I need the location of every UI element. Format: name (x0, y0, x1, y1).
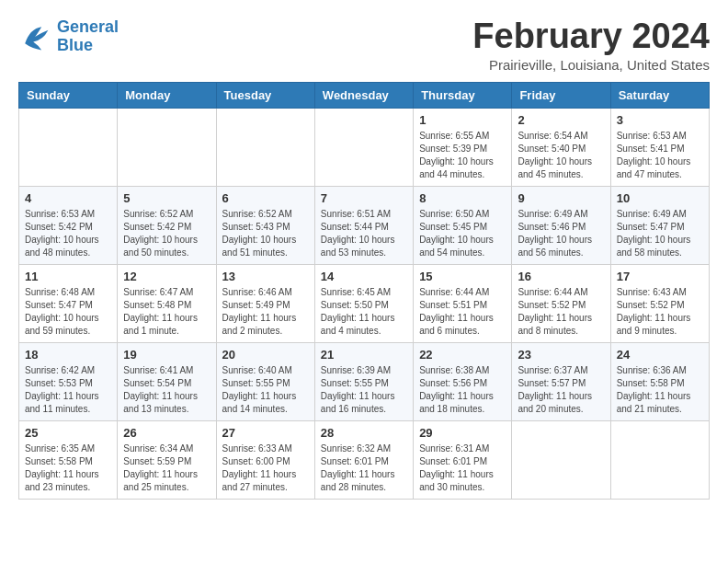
title-block: February 2024 Prairieville, Louisiana, U… (472, 18, 710, 73)
calendar-cell: 21Sunrise: 6:39 AM Sunset: 5:55 PM Dayli… (314, 343, 413, 421)
month-title: February 2024 (472, 18, 710, 53)
calendar-week-row: 25Sunrise: 6:35 AM Sunset: 5:58 PM Dayli… (19, 421, 710, 500)
calendar-week-row: 4Sunrise: 6:53 AM Sunset: 5:42 PM Daylig… (19, 187, 710, 265)
day-info: Sunrise: 6:44 AM Sunset: 5:51 PM Dayligh… (419, 286, 506, 338)
weekday-header: Thursday (414, 83, 512, 109)
day-number: 25 (25, 426, 111, 440)
weekday-header: Wednesday (314, 83, 413, 109)
calendar-week-row: 11Sunrise: 6:48 AM Sunset: 5:47 PM Dayli… (19, 265, 710, 343)
calendar-cell: 8Sunrise: 6:50 AM Sunset: 5:45 PM Daylig… (414, 187, 512, 265)
calendar-cell: 23Sunrise: 6:37 AM Sunset: 5:57 PM Dayli… (512, 343, 610, 421)
day-number: 17 (617, 270, 703, 283)
day-number: 22 (419, 348, 506, 362)
calendar-cell: 7Sunrise: 6:51 AM Sunset: 5:44 PM Daylig… (314, 187, 413, 265)
day-info: Sunrise: 6:44 AM Sunset: 5:52 PM Dayligh… (518, 286, 604, 338)
day-number: 8 (419, 191, 506, 205)
day-info: Sunrise: 6:51 AM Sunset: 5:44 PM Dayligh… (321, 208, 407, 259)
day-number: 6 (222, 191, 309, 205)
day-info: Sunrise: 6:53 AM Sunset: 5:42 PM Dayligh… (25, 208, 111, 259)
day-info: Sunrise: 6:43 AM Sunset: 5:52 PM Dayligh… (617, 286, 703, 338)
day-info: Sunrise: 6:31 AM Sunset: 6:01 PM Dayligh… (419, 442, 506, 494)
day-number: 18 (25, 348, 111, 362)
day-number: 24 (617, 348, 703, 362)
day-info: Sunrise: 6:42 AM Sunset: 5:53 PM Dayligh… (25, 364, 111, 416)
calendar-cell (314, 109, 413, 187)
calendar-cell: 2Sunrise: 6:54 AM Sunset: 5:40 PM Daylig… (512, 109, 610, 187)
day-number: 5 (123, 191, 210, 205)
calendar-cell: 19Sunrise: 6:41 AM Sunset: 5:54 PM Dayli… (118, 343, 216, 421)
weekday-header: Monday (118, 83, 216, 109)
day-info: Sunrise: 6:34 AM Sunset: 5:59 PM Dayligh… (123, 442, 210, 494)
day-info: Sunrise: 6:50 AM Sunset: 5:45 PM Dayligh… (419, 208, 506, 259)
calendar-table: SundayMondayTuesdayWednesdayThursdayFrid… (18, 82, 710, 500)
day-number: 26 (123, 426, 210, 440)
calendar-cell: 17Sunrise: 6:43 AM Sunset: 5:52 PM Dayli… (610, 265, 709, 343)
calendar-cell: 1Sunrise: 6:55 AM Sunset: 5:39 PM Daylig… (414, 109, 512, 187)
calendar-cell: 27Sunrise: 6:33 AM Sunset: 6:00 PM Dayli… (216, 421, 314, 500)
calendar-cell (118, 109, 216, 187)
day-number: 12 (123, 270, 210, 283)
day-number: 9 (518, 191, 604, 205)
logo-icon (18, 20, 51, 53)
day-info: Sunrise: 6:54 AM Sunset: 5:40 PM Dayligh… (518, 130, 604, 181)
logo-text: General Blue (57, 18, 119, 55)
weekday-header: Saturday (610, 83, 709, 109)
calendar-cell: 4Sunrise: 6:53 AM Sunset: 5:42 PM Daylig… (19, 187, 118, 265)
calendar-cell: 3Sunrise: 6:53 AM Sunset: 5:41 PM Daylig… (610, 109, 709, 187)
day-number: 11 (25, 270, 111, 283)
day-number: 20 (222, 348, 309, 362)
calendar-cell: 12Sunrise: 6:47 AM Sunset: 5:48 PM Dayli… (118, 265, 216, 343)
day-info: Sunrise: 6:55 AM Sunset: 5:39 PM Dayligh… (419, 130, 506, 181)
day-number: 23 (518, 348, 604, 362)
day-info: Sunrise: 6:40 AM Sunset: 5:55 PM Dayligh… (222, 364, 309, 416)
day-info: Sunrise: 6:36 AM Sunset: 5:58 PM Dayligh… (617, 364, 703, 416)
day-number: 10 (617, 191, 703, 205)
calendar-cell: 9Sunrise: 6:49 AM Sunset: 5:46 PM Daylig… (512, 187, 610, 265)
day-info: Sunrise: 6:35 AM Sunset: 5:58 PM Dayligh… (25, 442, 111, 494)
calendar-cell: 14Sunrise: 6:45 AM Sunset: 5:50 PM Dayli… (314, 265, 413, 343)
day-info: Sunrise: 6:38 AM Sunset: 5:56 PM Dayligh… (419, 364, 506, 416)
calendar-cell (610, 421, 709, 500)
day-info: Sunrise: 6:46 AM Sunset: 5:49 PM Dayligh… (222, 286, 309, 338)
calendar-cell (216, 109, 314, 187)
weekday-header-row: SundayMondayTuesdayWednesdayThursdayFrid… (19, 83, 710, 109)
day-info: Sunrise: 6:47 AM Sunset: 5:48 PM Dayligh… (123, 286, 210, 338)
day-info: Sunrise: 6:33 AM Sunset: 6:00 PM Dayligh… (222, 442, 309, 494)
calendar-cell: 28Sunrise: 6:32 AM Sunset: 6:01 PM Dayli… (314, 421, 413, 500)
day-number: 16 (518, 270, 604, 283)
day-number: 1 (419, 113, 506, 127)
calendar-cell: 5Sunrise: 6:52 AM Sunset: 5:42 PM Daylig… (118, 187, 216, 265)
day-number: 7 (321, 191, 407, 205)
day-info: Sunrise: 6:53 AM Sunset: 5:41 PM Dayligh… (617, 130, 703, 181)
calendar-cell (512, 421, 610, 500)
calendar-cell: 15Sunrise: 6:44 AM Sunset: 5:51 PM Dayli… (414, 265, 512, 343)
location: Prairieville, Louisiana, United States (472, 57, 710, 73)
day-number: 19 (123, 348, 210, 362)
calendar-cell: 13Sunrise: 6:46 AM Sunset: 5:49 PM Dayli… (216, 265, 314, 343)
calendar-cell: 25Sunrise: 6:35 AM Sunset: 5:58 PM Dayli… (19, 421, 118, 500)
calendar-cell: 10Sunrise: 6:49 AM Sunset: 5:47 PM Dayli… (610, 187, 709, 265)
day-number: 13 (222, 270, 309, 283)
day-info: Sunrise: 6:39 AM Sunset: 5:55 PM Dayligh… (321, 364, 407, 416)
calendar-week-row: 18Sunrise: 6:42 AM Sunset: 5:53 PM Dayli… (19, 343, 710, 421)
weekday-header: Friday (512, 83, 610, 109)
day-number: 21 (321, 348, 407, 362)
day-number: 28 (321, 426, 407, 440)
calendar-cell: 6Sunrise: 6:52 AM Sunset: 5:43 PM Daylig… (216, 187, 314, 265)
day-info: Sunrise: 6:32 AM Sunset: 6:01 PM Dayligh… (321, 442, 407, 494)
day-info: Sunrise: 6:52 AM Sunset: 5:43 PM Dayligh… (222, 208, 309, 259)
day-number: 29 (419, 426, 506, 440)
day-number: 15 (419, 270, 506, 283)
calendar-cell (19, 109, 118, 187)
weekday-header: Tuesday (216, 83, 314, 109)
calendar-cell: 18Sunrise: 6:42 AM Sunset: 5:53 PM Dayli… (19, 343, 118, 421)
calendar-cell: 26Sunrise: 6:34 AM Sunset: 5:59 PM Dayli… (118, 421, 216, 500)
day-info: Sunrise: 6:49 AM Sunset: 5:47 PM Dayligh… (617, 208, 703, 259)
page-header: General Blue February 2024 Prairieville,… (18, 18, 710, 73)
day-number: 3 (617, 113, 703, 127)
calendar-cell: 22Sunrise: 6:38 AM Sunset: 5:56 PM Dayli… (414, 343, 512, 421)
day-info: Sunrise: 6:48 AM Sunset: 5:47 PM Dayligh… (25, 286, 111, 338)
weekday-header: Sunday (19, 83, 118, 109)
calendar-week-row: 1Sunrise: 6:55 AM Sunset: 5:39 PM Daylig… (19, 109, 710, 187)
day-number: 14 (321, 270, 407, 283)
